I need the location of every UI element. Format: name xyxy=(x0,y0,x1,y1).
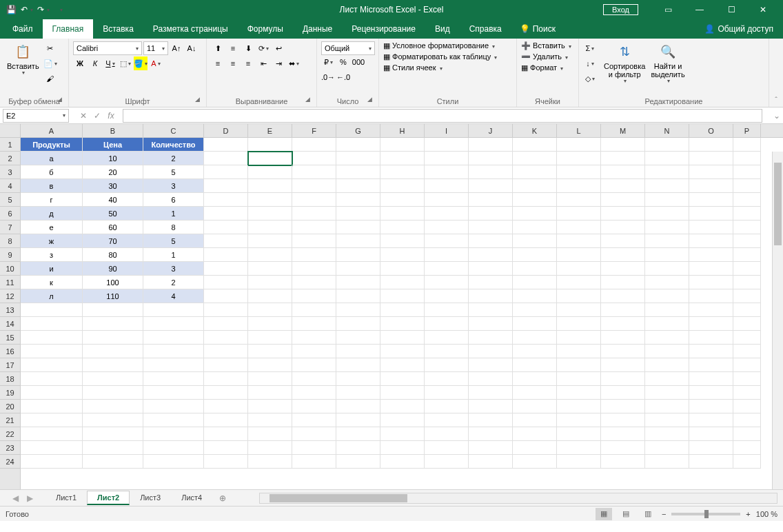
cell-J22[interactable] xyxy=(469,427,513,441)
tab-file[interactable]: Файл xyxy=(3,19,43,39)
col-header-H[interactable]: H xyxy=(380,124,425,137)
cell-A2[interactable]: а xyxy=(21,152,83,165)
cell-D14[interactable] xyxy=(204,317,248,331)
cell-I3[interactable] xyxy=(425,165,469,179)
cell-L8[interactable] xyxy=(557,234,601,248)
cell-N24[interactable] xyxy=(645,455,689,469)
col-header-B[interactable]: B xyxy=(83,124,143,137)
cell-N13[interactable] xyxy=(645,303,689,317)
enter-formula-icon[interactable]: ✓ xyxy=(91,111,103,121)
cell-H3[interactable] xyxy=(380,165,425,179)
underline-button[interactable]: Ч▾ xyxy=(103,57,117,70)
cell-D6[interactable] xyxy=(204,207,248,221)
collapse-ribbon-icon[interactable]: ˆ xyxy=(769,39,783,107)
format-painter-icon[interactable]: 🖌 xyxy=(43,72,57,85)
zoom-level[interactable]: 100 % xyxy=(756,510,777,518)
cell-P9[interactable] xyxy=(733,248,761,262)
cell-M6[interactable] xyxy=(601,207,645,221)
row-header-1[interactable]: 1 xyxy=(0,138,20,152)
cell-J3[interactable] xyxy=(469,165,513,179)
cell-M23[interactable] xyxy=(601,441,645,455)
cell-H21[interactable] xyxy=(380,413,425,427)
cell-N5[interactable] xyxy=(645,193,689,207)
cell-J14[interactable] xyxy=(469,317,513,331)
cell-A15[interactable] xyxy=(21,331,83,345)
cell-H12[interactable] xyxy=(380,289,425,303)
cell-P23[interactable] xyxy=(733,441,761,455)
cell-G10[interactable] xyxy=(336,262,380,276)
cell-H14[interactable] xyxy=(380,317,425,331)
cell-C1[interactable]: Количество xyxy=(143,138,204,152)
cell-B1[interactable]: Цена xyxy=(83,138,143,152)
cell-M1[interactable] xyxy=(601,138,645,152)
cell-B10[interactable]: 90 xyxy=(83,262,143,276)
cell-A22[interactable] xyxy=(21,427,83,441)
cell-M22[interactable] xyxy=(601,427,645,441)
shrink-font-icon[interactable]: A↓ xyxy=(185,41,199,55)
cell-I15[interactable] xyxy=(425,331,469,345)
cell-C16[interactable] xyxy=(143,345,204,358)
row-header-22[interactable]: 22 xyxy=(0,427,20,441)
copy-icon[interactable]: 📄▾ xyxy=(43,57,57,70)
cell-M16[interactable] xyxy=(601,345,645,358)
cell-E14[interactable] xyxy=(248,317,292,331)
sheet-nav-prev-icon[interactable]: ◀ xyxy=(12,493,19,503)
comma-icon[interactable]: 000 xyxy=(352,55,365,69)
cell-B16[interactable] xyxy=(83,345,143,358)
redo-icon[interactable]: ↷▾ xyxy=(37,3,51,17)
fill-icon[interactable]: ↓▾ xyxy=(583,57,597,70)
cell-D10[interactable] xyxy=(204,262,248,276)
cell-I4[interactable] xyxy=(425,179,469,193)
tab-view[interactable]: Вид xyxy=(425,19,460,39)
sheet-tab-Лист1[interactable]: Лист1 xyxy=(45,491,87,505)
cell-K12[interactable] xyxy=(513,289,557,303)
cell-H8[interactable] xyxy=(380,234,425,248)
cell-J16[interactable] xyxy=(469,345,513,358)
row-header-2[interactable]: 2 xyxy=(0,152,20,165)
borders-icon[interactable]: ⬚▾ xyxy=(119,57,132,70)
cell-F9[interactable] xyxy=(292,248,336,262)
cell-D22[interactable] xyxy=(204,427,248,441)
cell-E10[interactable] xyxy=(248,262,292,276)
cell-I14[interactable] xyxy=(425,317,469,331)
cell-G11[interactable] xyxy=(336,276,380,289)
cell-E4[interactable] xyxy=(248,179,292,193)
cell-A19[interactable] xyxy=(21,386,83,400)
cell-B6[interactable]: 50 xyxy=(83,207,143,221)
cell-B14[interactable] xyxy=(83,317,143,331)
cell-G24[interactable] xyxy=(336,455,380,469)
cell-O23[interactable] xyxy=(689,441,733,455)
font-name-combo[interactable]: Calibri▾ xyxy=(73,41,142,55)
paste-button[interactable]: 📋 Вставить ▾ xyxy=(4,41,42,78)
cell-C23[interactable] xyxy=(143,441,204,455)
fill-color-icon[interactable]: 🪣▾ xyxy=(134,57,148,70)
cell-F23[interactable] xyxy=(292,441,336,455)
cell-F14[interactable] xyxy=(292,317,336,331)
cell-C17[interactable] xyxy=(143,358,204,372)
cell-F17[interactable] xyxy=(292,358,336,372)
share-button[interactable]: 👤 Общий доступ xyxy=(695,19,783,39)
cell-I17[interactable] xyxy=(425,358,469,372)
col-header-F[interactable]: F xyxy=(292,124,336,137)
cell-N11[interactable] xyxy=(645,276,689,289)
col-header-P[interactable]: P xyxy=(733,124,761,137)
cell-G15[interactable] xyxy=(336,331,380,345)
cell-M9[interactable] xyxy=(601,248,645,262)
cell-L19[interactable] xyxy=(557,386,601,400)
cell-O5[interactable] xyxy=(689,193,733,207)
tell-me[interactable]: 💡 Поиск xyxy=(511,19,564,39)
cell-K21[interactable] xyxy=(513,413,557,427)
cell-N15[interactable] xyxy=(645,331,689,345)
cell-P20[interactable] xyxy=(733,400,761,413)
cell-N19[interactable] xyxy=(645,386,689,400)
row-header-19[interactable]: 19 xyxy=(0,386,20,400)
cell-O18[interactable] xyxy=(689,372,733,386)
align-middle-icon[interactable]: ≡ xyxy=(226,41,240,55)
cell-P21[interactable] xyxy=(733,413,761,427)
row-header-24[interactable]: 24 xyxy=(0,455,20,469)
col-header-G[interactable]: G xyxy=(336,124,380,137)
cell-L13[interactable] xyxy=(557,303,601,317)
cell-O8[interactable] xyxy=(689,234,733,248)
cell-M7[interactable] xyxy=(601,221,645,234)
col-header-I[interactable]: I xyxy=(425,124,469,137)
